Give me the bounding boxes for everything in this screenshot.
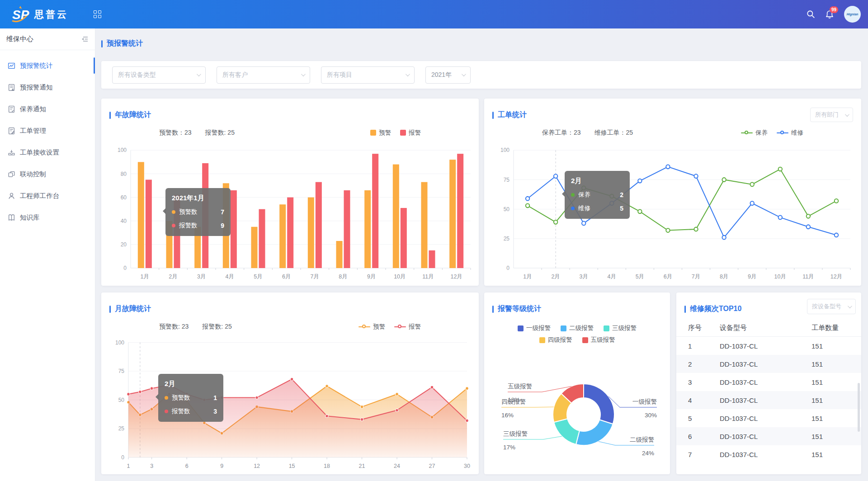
month-fault-legend[interactable]: 预警报警 [349, 323, 421, 331]
sidebar-item-label: 保养通知 [20, 105, 46, 113]
work-order-legend[interactable]: 保养维修 [732, 129, 803, 137]
filter-select-3[interactable]: 所有项目 [321, 66, 415, 84]
svg-text:20: 20 [121, 241, 127, 248]
sidebar-item-5[interactable]: 工单接收设置 [0, 141, 95, 163]
svg-text:30%: 30% [645, 412, 657, 419]
legend-item[interactable]: 报警 [400, 129, 421, 137]
svg-text:9月: 9月 [748, 273, 756, 280]
svg-text:3月: 3月 [197, 273, 206, 280]
alarm-level-donut-chart: 一级报警30%二级报警24%三级报警17%四级报警16%五级报警13% [484, 346, 670, 472]
table-row: 7DD-1037-CL151 [676, 445, 861, 463]
svg-text:17%: 17% [503, 444, 515, 451]
search-icon[interactable] [807, 10, 815, 19]
sidebar-item-2[interactable]: 预报警通知 [0, 76, 95, 98]
year-fault-legend[interactable]: 预警报警 [361, 129, 421, 137]
sidebar-item-7[interactable]: 工程师工作台 [0, 185, 95, 207]
legend-item[interactable]: 维修 [777, 129, 803, 137]
svg-text:二级报警: 二级报警 [630, 436, 654, 443]
alarm-level-card: 报警等级统计 一级报警二级报警三级报警四级报警五级报警 一级报警30%二级报警2… [484, 292, 670, 474]
svg-text:4月: 4月 [226, 273, 234, 280]
top-header: SP 思普云 99 Hignian [0, 0, 868, 28]
svg-text:21: 21 [359, 462, 365, 469]
year-fault-bar-chart: 0204060801001月2月3月4月5月6月7月8月9月10月11月12月 [106, 146, 474, 282]
collapse-menu-icon[interactable] [80, 36, 89, 42]
sidebar-item-label: 工程师工作台 [20, 192, 59, 200]
sidebar-item-4[interactable]: 工单管理 [0, 120, 95, 141]
alarm-level-legend[interactable]: 一级报警二级报警三级报警四级报警五级报警 [484, 321, 670, 344]
chevron-down-icon [462, 72, 466, 76]
svg-text:1月: 1月 [141, 273, 149, 280]
inbox-icon [8, 149, 15, 156]
apps-grid-icon[interactable] [94, 10, 101, 18]
department-filter-dropdown[interactable]: 所有部门 [810, 108, 853, 122]
svg-text:1: 1 [127, 462, 130, 469]
legend-item[interactable]: 四级报警 [539, 336, 572, 344]
repair-top10-table: 序号设备型号工单数量1DD-1037-CL1512DD-1037-CL1513D… [676, 320, 861, 463]
brand-logo[interactable]: SP 思普云 [11, 5, 68, 24]
month-fault-stats: 预警数: 23报警数: 25 [159, 322, 245, 331]
year-fault-card: 年故障统计 预警数：23报警数: 25 预警报警 0204060801001月2… [101, 99, 479, 286]
sidebar-item-label: 工单管理 [20, 127, 46, 135]
svg-text:12: 12 [254, 462, 260, 469]
legend-item[interactable]: 预警 [370, 129, 391, 137]
legend-item[interactable]: 一级报警 [518, 324, 551, 332]
main-content: 预报警统计 所有设备类型所有客户所有项目2021年 年故障统计 预警数：23报警… [95, 28, 868, 481]
svg-text:10月: 10月 [774, 273, 786, 280]
user-avatar[interactable]: Hignian [844, 6, 861, 23]
legend-item[interactable]: 三级报警 [604, 324, 637, 332]
brand-name: 思普云 [34, 8, 68, 21]
svg-text:16%: 16% [501, 412, 514, 419]
notification-bell-icon[interactable]: 99 [825, 10, 834, 19]
legend-item[interactable]: 预警 [359, 323, 385, 331]
table-scrollbar[interactable] [858, 383, 860, 432]
svg-text:0: 0 [506, 265, 509, 271]
svg-text:24%: 24% [642, 450, 654, 457]
sidebar-item-8[interactable]: 知识库 [0, 207, 95, 228]
svg-text:100: 100 [500, 147, 509, 153]
month-fault-card: 月故障统计 预警数: 23报警数: 25 预警报警 02550751001369… [101, 292, 479, 474]
svg-text:11月: 11月 [422, 273, 434, 280]
svg-text:10月: 10月 [394, 273, 406, 280]
filter-bar: 所有设备类型所有客户所有项目2021年 [101, 61, 861, 89]
chart-icon [8, 62, 15, 70]
link-icon [8, 170, 15, 178]
notification-badge: 99 [830, 6, 838, 13]
filter-select-2[interactable]: 所有客户 [217, 66, 310, 84]
chevron-down-icon [406, 72, 410, 76]
filter-select-4[interactable]: 2021年 [425, 66, 471, 84]
svg-text:0: 0 [123, 265, 127, 271]
svg-text:6月: 6月 [282, 273, 291, 280]
doc-edit-icon [8, 127, 15, 135]
table-row: 5DD-1037-CL151 [676, 409, 861, 427]
chevron-down-icon [845, 112, 849, 117]
sp-logo-icon: SP [11, 5, 30, 24]
svg-text:50: 50 [504, 206, 510, 212]
filter-select-1[interactable]: 所有设备类型 [112, 66, 206, 84]
svg-text:9: 9 [220, 462, 223, 469]
svg-text:7月: 7月 [692, 273, 700, 280]
sidebar-item-1[interactable]: 预报警统计 [0, 55, 95, 76]
sidebar: 维保中心 预报警统计预报警通知保养通知工单管理工单接收设置联动控制工程师工作台知… [0, 28, 95, 481]
svg-text:2月: 2月 [169, 273, 177, 280]
svg-text:18: 18 [324, 462, 330, 469]
svg-text:24: 24 [394, 462, 400, 469]
legend-item[interactable]: 二级报警 [561, 324, 594, 332]
svg-text:30: 30 [464, 462, 470, 469]
svg-text:75: 75 [118, 368, 125, 374]
device-type-filter-dropdown[interactable]: 按设备型号 [807, 299, 856, 314]
svg-text:11月: 11月 [802, 273, 814, 280]
svg-text:80: 80 [121, 170, 127, 177]
sidebar-item-6[interactable]: 联动控制 [0, 163, 95, 185]
svg-text:1月: 1月 [523, 273, 532, 280]
table-row: 6DD-1037-CL151 [676, 427, 861, 445]
svg-text:6月: 6月 [664, 273, 672, 280]
page-title: 预报警统计 [101, 39, 143, 48]
legend-item[interactable]: 五级报警 [582, 336, 615, 344]
legend-item[interactable]: 报警 [394, 323, 421, 331]
sidebar-item-3[interactable]: 保养通知 [0, 98, 95, 120]
sidebar-item-label: 预报警统计 [20, 61, 53, 70]
legend-item[interactable]: 保养 [741, 129, 768, 137]
table-row: 4DD-1037-CL151 [676, 391, 861, 409]
svg-text:5月: 5月 [254, 273, 262, 280]
svg-text:40: 40 [121, 218, 127, 224]
